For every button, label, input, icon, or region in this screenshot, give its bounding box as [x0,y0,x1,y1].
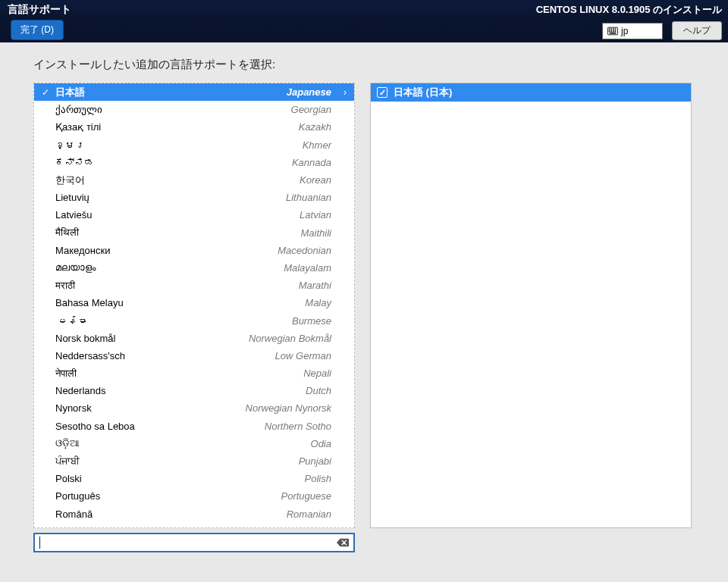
page-title: 言語サポート [6,3,71,17]
language-row[interactable]: नेपालीNepali [34,365,354,382]
language-row[interactable]: Sesotho sa LeboaNorthern Sotho [34,418,354,435]
install-title: CENTOS LINUX 8.0.1905 のインストール [536,3,722,17]
language-native: नेपाली [55,368,297,380]
locale-label: 日本語 (日本) [394,86,452,99]
language-native: Română [55,508,281,520]
check-icon: ✓ [40,87,51,98]
panels: ✓日本語Japanese›ქართულიGeorgianҚазақ тіліKa… [33,83,695,552]
keyboard-icon [607,27,618,36]
language-row[interactable]: Neddersass'schLow German [34,347,354,365]
checkbox-icon[interactable]: ✓ [377,87,388,98]
language-english: Punjabi [299,455,331,467]
language-native: Português [55,490,275,502]
language-row[interactable]: Қазақ тіліKazakh [34,118,354,136]
language-row[interactable]: NederlandsDutch [34,382,354,399]
language-native: Македонски [55,245,271,256]
language-row[interactable]: मैथिलीMaithili [34,224,354,242]
language-english: Norwegian Bokmål [249,333,331,344]
language-native: Latviešu [55,209,293,221]
language-english: Portuguese [281,490,332,502]
language-english: Odia [311,438,331,449]
language-row[interactable]: ქართულიGeorgian [34,101,354,118]
language-english: Kazakh [299,121,331,133]
language-list[interactable]: ✓日本語Japanese›ქართულიGeorgianҚазақ тіліKa… [34,83,354,527]
instruction-text: インストールしたい追加の言語サポートを選択: [33,58,695,72]
svg-rect-4 [615,28,617,30]
language-english: Nepali [303,368,331,379]
language-row[interactable]: LatviešuLatvian [34,206,354,224]
keyboard-code: jp [621,26,628,36]
language-native: ქართული [55,104,285,115]
chevron-right-icon: › [336,87,347,98]
language-row[interactable]: मराठीMarathi [34,277,354,294]
language-english: Korean [300,174,331,186]
language-english: Lithuanian [286,192,331,203]
svg-rect-1 [609,28,610,30]
language-row[interactable]: ଓଡ଼ିଆOdia [34,435,354,452]
language-native: Lietuvių [55,192,280,203]
language-row[interactable]: МакедонскиMacedonian [34,242,354,259]
svg-rect-8 [615,30,617,32]
language-row[interactable]: မြန်မာBurmese [34,311,354,329]
language-english: Malay [305,297,331,308]
left-column: ✓日本語Japanese›ქართულიGeorgianҚазақ тіліKa… [33,83,355,552]
language-native: ਪੰਜਾਬੀ [55,455,293,468]
language-english: Malayalam [284,262,331,274]
language-english: Norwegian Nynorsk [246,402,331,414]
language-native: Nederlands [55,385,300,396]
svg-rect-7 [613,30,614,32]
language-english: Latvian [300,209,331,221]
language-row[interactable]: NynorskNorwegian Nynorsk [34,399,354,417]
language-row[interactable]: Norsk bokmålNorwegian Bokmål [34,330,354,347]
language-english: Japanese [287,86,331,98]
language-native: ଓଡ଼ିଆ [55,437,305,449]
language-english: Maithili [301,227,331,239]
language-row[interactable]: ਪੰਜਾਬੀPunjabi [34,452,354,470]
language-english: Kannada [292,157,331,168]
help-button[interactable]: ヘルプ [672,21,722,40]
language-english: Georgian [291,104,331,115]
language-native: Polski [55,473,299,484]
locale-list-panel: ✓日本語 (日本) [370,83,692,528]
language-native: മലയാളം [55,261,278,274]
keyboard-indicator[interactable]: jp [602,23,663,39]
done-button[interactable]: 完了 (D) [11,20,64,40]
language-row[interactable]: 한국어Korean [34,171,354,189]
language-native: मैथिली [55,227,295,239]
svg-rect-6 [610,30,612,32]
language-english: Burmese [292,315,331,327]
locale-list[interactable]: ✓日本語 (日本) [371,83,691,102]
search-input[interactable] [40,537,337,549]
locale-row[interactable]: ✓日本語 (日本) [371,83,691,102]
language-english: Polish [305,473,331,484]
language-english: Khmer [303,139,331,151]
language-native: Neddersass'sch [55,350,269,361]
language-row[interactable]: മലയാളംMalayalam [34,259,354,277]
language-row[interactable]: PortuguêsPortuguese [34,487,354,505]
language-row[interactable]: ខ្មែរKhmer [34,136,354,154]
svg-rect-2 [610,28,612,30]
language-list-panel: ✓日本語Japanese›ქართულიGeorgianҚазақ тіліKa… [33,83,355,528]
header-right-row: jp ヘルプ [602,21,722,40]
language-native: ಕನ್ನಡ [55,157,286,168]
svg-rect-5 [609,30,610,32]
language-native: မြန်မာ [55,315,286,327]
svg-rect-3 [613,28,614,30]
language-row[interactable]: PolskiPolish [34,470,354,487]
content-area: インストールしたい追加の言語サポートを選択: ✓日本語Japanese›ქართ… [0,42,728,552]
language-row[interactable]: ಕನ್ನಡKannada [34,154,354,171]
language-native: Bahasa Melayu [55,297,299,308]
language-row[interactable]: Bahasa MelayuMalay [34,294,354,311]
header-bar: 言語サポート 完了 (D) CENTOS LINUX 8.0.1905 のインス… [0,0,728,42]
search-field-wrap[interactable] [33,533,355,552]
language-native: Sesotho sa Leboa [55,421,259,432]
language-english: Northern Sotho [265,421,331,432]
header-left: 言語サポート 完了 (D) [6,3,71,40]
language-english: Marathi [299,280,331,291]
language-row[interactable]: RomânăRomanian [34,505,354,523]
language-english: Romanian [287,508,331,520]
language-english: Low German [275,350,331,361]
language-row[interactable]: ✓日本語Japanese› [34,83,354,101]
language-row[interactable]: LietuviųLithuanian [34,189,354,206]
clear-search-icon[interactable] [337,537,349,548]
